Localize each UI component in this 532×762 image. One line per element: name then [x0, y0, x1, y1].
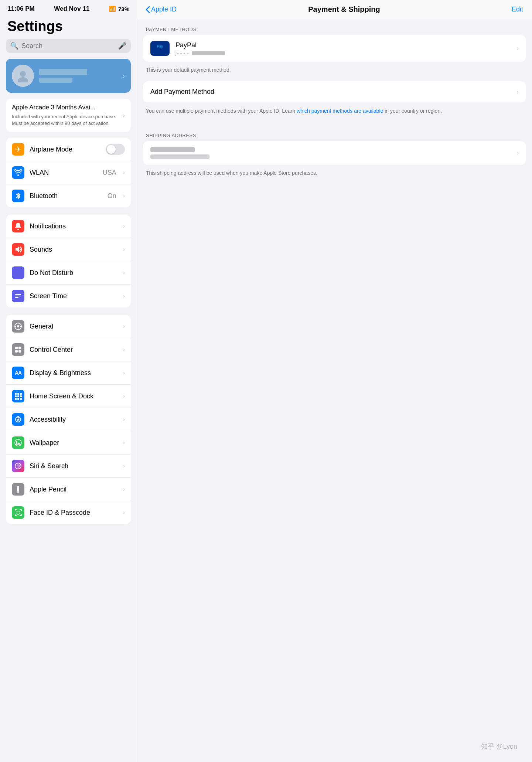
apple-id-card[interactable]: › — [6, 59, 131, 93]
learn-text-after: in your country or region. — [383, 108, 442, 114]
svg-rect-23 — [15, 398, 17, 400]
wallpaper-icon — [12, 436, 24, 449]
sounds-chevron-icon: › — [123, 246, 125, 253]
battery-level: 73% — [118, 6, 129, 12]
svg-rect-4 — [15, 294, 21, 295]
sidebar-item-face-id-passcode[interactable]: Face ID & Passcode › — [6, 501, 131, 524]
sidebar-item-airplane-mode[interactable]: ✈ Airplane Mode — [6, 138, 131, 161]
svg-point-33 — [15, 439, 21, 446]
svg-rect-45 — [21, 514, 22, 516]
time-display: 11:06 PM — [7, 5, 35, 13]
svg-rect-17 — [15, 393, 17, 395]
paypal-dots: j········· — [175, 50, 225, 56]
svg-point-47 — [19, 511, 20, 513]
sidebar-item-wlan[interactable]: WLAN USA › — [6, 161, 131, 184]
avatar — [12, 65, 34, 87]
search-bar[interactable]: 🔍 🎤 — [6, 39, 131, 53]
shipping-address-row[interactable]: › — [143, 141, 526, 165]
sidebar-item-control-center[interactable]: Control Center › — [6, 338, 131, 361]
control-center-icon — [12, 343, 24, 356]
add-payment-label: Add Payment Method — [150, 88, 214, 96]
apple-pencil-chevron-icon: › — [123, 486, 125, 493]
svg-rect-22 — [20, 395, 22, 397]
right-content: PAYMENT METHODS Pay Pal PayPal j········… — [137, 19, 532, 762]
arcade-description: Included with your recent Apple device p… — [12, 113, 123, 127]
wlan-chevron-icon: › — [123, 169, 125, 176]
sidebar-item-display-brightness[interactable]: AA Display & Brightness › — [6, 361, 131, 385]
general-icon — [12, 320, 24, 333]
screen-time-chevron-icon: › — [123, 293, 125, 299]
svg-rect-20 — [15, 395, 17, 397]
bluetooth-label: Bluetooth — [30, 192, 102, 200]
svg-marker-3 — [16, 246, 19, 252]
svg-rect-36 — [17, 486, 19, 492]
sounds-icon — [12, 243, 24, 256]
address-line1-blurred — [150, 147, 195, 152]
sidebar-item-siri-search[interactable]: Siri & Search › — [6, 455, 131, 478]
apple-id-name-blurred — [39, 69, 87, 75]
svg-rect-39 — [15, 509, 16, 511]
control-center-label: Control Center — [30, 346, 118, 354]
wallpaper-chevron-icon: › — [123, 439, 125, 446]
face-id-passcode-label: Face ID & Passcode — [30, 509, 118, 517]
microphone-icon[interactable]: 🎤 — [118, 42, 126, 50]
arcade-info: Apple Arcade 3 Months Avai... Included w… — [12, 104, 123, 127]
wallpaper-label: Wallpaper — [30, 439, 118, 447]
siri-search-icon — [12, 460, 24, 472]
accessibility-chevron-icon: › — [123, 416, 125, 423]
sidebar-item-do-not-disturb[interactable]: Do Not Disturb › — [6, 261, 131, 285]
nav-back-label: Apple ID — [151, 6, 177, 13]
nav-edit-button[interactable]: Edit — [512, 6, 523, 13]
shipping-address-header: SHIPPING ADDRESS — [137, 125, 532, 141]
apple-id-chevron-icon: › — [123, 72, 125, 80]
sidebar-item-apple-pencil[interactable]: Apple Pencil › — [6, 478, 131, 501]
sidebar-item-home-screen-dock[interactable]: Home Screen & Dock › — [6, 385, 131, 408]
svg-point-0 — [20, 71, 26, 77]
apple-id-sub-blurred — [39, 78, 72, 83]
do-not-disturb-chevron-icon: › — [123, 269, 125, 276]
nav-title: Payment & Shipping — [308, 5, 380, 14]
svg-rect-19 — [20, 393, 22, 395]
add-payment-method-row[interactable]: Add Payment Method › — [143, 81, 526, 102]
arcade-title: Apple Arcade 3 Months Avai... — [12, 104, 123, 111]
general-chevron-icon: › — [123, 323, 125, 330]
svg-rect-6 — [15, 297, 18, 298]
add-payment-chevron-icon: › — [517, 89, 519, 95]
bluetooth-chevron-icon: › — [123, 193, 125, 199]
learn-link[interactable]: which payment methods are available — [297, 108, 383, 114]
paypal-row[interactable]: Pay Pal PayPal j········· › — [143, 35, 526, 62]
paypal-logo: Pay Pal — [150, 41, 170, 56]
face-id-passcode-icon — [12, 506, 24, 519]
default-payment-info: This is your default payment method. — [137, 62, 532, 81]
back-chevron-icon — [146, 6, 150, 13]
sidebar-item-wallpaper[interactable]: Wallpaper › — [6, 431, 131, 455]
svg-point-35 — [15, 463, 21, 469]
display-brightness-chevron-icon: › — [123, 370, 125, 376]
nav-back-button[interactable]: Apple ID — [146, 6, 177, 13]
airplane-mode-toggle[interactable] — [106, 144, 125, 155]
sidebar-item-general[interactable]: General › — [6, 315, 131, 338]
system-group: General › Control Center › AA Display & … — [6, 315, 131, 524]
notifications-group: Notifications › Sounds › Do Not Distu — [6, 215, 131, 307]
apple-id-info — [39, 69, 117, 83]
home-screen-dock-icon — [12, 390, 24, 402]
status-bar-right: 📶 73% — [109, 6, 129, 12]
siri-search-label: Siri & Search — [30, 462, 118, 470]
date-display: Wed Nov 11 — [54, 5, 89, 13]
search-input[interactable] — [21, 42, 115, 50]
arcade-banner[interactable]: Apple Arcade 3 Months Avai... Included w… — [6, 99, 131, 132]
display-brightness-label: Display & Brightness — [30, 369, 118, 377]
sidebar-item-bluetooth[interactable]: Bluetooth On › — [6, 184, 131, 207]
bluetooth-icon — [12, 190, 24, 202]
sidebar-item-accessibility[interactable]: Accessibility › — [6, 408, 131, 431]
arcade-chevron-icon: › — [123, 112, 125, 119]
sidebar-item-sounds[interactable]: Sounds › — [6, 238, 131, 261]
sidebar-item-notifications[interactable]: Notifications › — [6, 215, 131, 238]
right-nav: Apple ID Payment & Shipping Edit — [137, 0, 532, 19]
shipping-section: SHIPPING ADDRESS › This shipping address… — [137, 125, 532, 184]
sidebar-item-screen-time[interactable]: Screen Time › — [6, 285, 131, 307]
svg-rect-5 — [15, 296, 20, 296]
address-line2-blurred — [150, 154, 209, 159]
airplane-mode-icon: ✈ — [12, 143, 24, 156]
display-brightness-icon: AA — [12, 367, 24, 379]
